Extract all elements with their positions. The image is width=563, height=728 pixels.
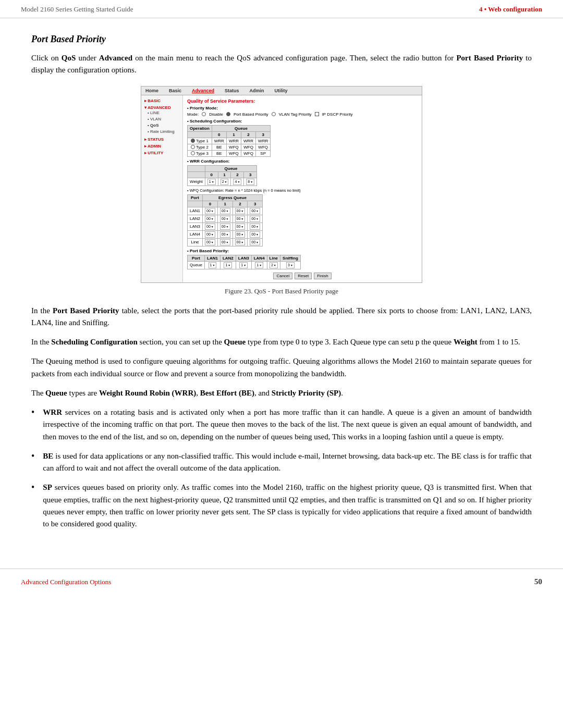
wfq-lan3-q3[interactable]: 00 (250, 224, 260, 230)
cancel-button[interactable]: Cancel (273, 273, 292, 279)
wrr-queue-header: Queue (205, 165, 256, 171)
wfq-line-label: Line (188, 238, 203, 246)
radio-type1[interactable] (191, 139, 195, 143)
pp-lan1-queue[interactable]: 1 (209, 262, 217, 268)
bullet-sp-text: SP services queues based on priority onl… (43, 482, 532, 530)
sched-q1: 1 (226, 131, 241, 138)
section-title: Port Based Priority (31, 34, 532, 45)
wfq-port-header: Port (188, 194, 203, 201)
sidebar-status[interactable]: ▸ STATUS (144, 137, 179, 142)
wfq-lan3-q1[interactable]: 00 (220, 224, 230, 230)
pp-sniffing-queue[interactable]: 3 (286, 262, 295, 268)
wrr-w2: 4 (231, 178, 244, 186)
sidebar-advanced[interactable]: ▾ ADVANCED (144, 105, 179, 110)
wfq-q3: 3 (248, 201, 263, 207)
wrr-w1-select[interactable]: 2 (221, 179, 229, 185)
nav-admin[interactable]: Admin (250, 88, 264, 93)
bullet-wrr-text: WRR services on a rotating basis and is … (43, 406, 532, 443)
wfq-line-q2[interactable]: 00 (235, 239, 246, 245)
wfq-lan2-q1[interactable]: 00 (220, 216, 230, 222)
sidebar-qos[interactable]: • QoS (144, 122, 179, 129)
wfq-lan1-q2[interactable]: 00 (235, 208, 246, 214)
bullet-be: BE is used for data applications or any … (31, 450, 532, 475)
pp-lan2-header: LAN2 (220, 255, 236, 261)
figure-caption: Figure 23. QoS - Port Based Priority pag… (225, 287, 338, 295)
wrr-w2-select[interactable]: 4 (233, 179, 241, 185)
wfq-lan4-q1[interactable]: 00 (220, 231, 230, 238)
radio-port-based[interactable] (226, 112, 230, 116)
radio-type2[interactable] (191, 145, 195, 149)
wfq-lan1-q1[interactable]: 00 (220, 208, 230, 214)
sched-t1-q1: WRR (226, 138, 241, 144)
pp-lan3-header: LAN3 (236, 255, 251, 261)
pp-lan4-queue[interactable]: 1 (255, 262, 263, 268)
wfq-lan3-q2[interactable]: 00 (235, 224, 246, 230)
wfq-line-q1[interactable]: 00 (220, 239, 230, 245)
wfq-lan1-q0[interactable]: 00 (205, 208, 215, 214)
sched-t1-q0: WRR (212, 138, 226, 144)
sidebar-vlan[interactable]: • VLAN (144, 116, 179, 122)
sched-q2: 2 (241, 131, 256, 138)
finish-button[interactable]: Finish (314, 273, 331, 279)
reset-button[interactable]: Reset (295, 273, 312, 279)
wfq-lan4-row: LAN4 00 00 00 00 (188, 230, 263, 238)
nav-advanced[interactable]: Advanced (192, 88, 214, 93)
wfq-lan1-row: LAN1 00 00 00 00 (188, 207, 263, 215)
wfq-lan2-q0[interactable]: 00 (205, 216, 215, 222)
wrr-w3: 8 (244, 178, 257, 186)
nav-basic[interactable]: Basic (169, 88, 181, 93)
wfq-line-q0[interactable]: 00 (205, 239, 215, 245)
pp-line-queue[interactable]: 2 (270, 262, 278, 268)
sched-blank (188, 131, 212, 138)
sidebar-rate-limiting[interactable]: • Rate Limiting (144, 129, 179, 135)
wfq-lan1-q3[interactable]: 00 (250, 208, 260, 214)
check-ip-dscp[interactable] (315, 112, 319, 116)
wrr-weight-row: Weight 1 2 4 8 (188, 178, 257, 186)
wfq-lan4-q2[interactable]: 00 (235, 231, 246, 238)
wrr-w3-select[interactable]: 8 (246, 179, 254, 185)
sched-type3-label: Type 3 (188, 150, 212, 156)
wfq-lan2-q3[interactable]: 00 (250, 216, 260, 222)
wfq-lan2-q2[interactable]: 00 (235, 216, 246, 222)
nav-home[interactable]: Home (145, 88, 158, 93)
wfq-line-q3[interactable]: 00 (250, 239, 260, 245)
qos-main-panel: Quality of Service Parameters: • Priorit… (183, 95, 422, 282)
page-header: Model 2160 Series Getting Started Guide … (0, 0, 563, 18)
para1: In the Port Based Priority table, select… (31, 305, 532, 329)
wrr-blank (188, 165, 205, 171)
sched-operation-header: Operation (188, 125, 212, 131)
sidebar-utility[interactable]: ▸ UTILITY (144, 151, 179, 155)
sched-queue-header: Queue (212, 125, 270, 131)
pp-lan3-queue[interactable]: 1 (239, 262, 248, 268)
sidebar-admin[interactable]: ▸ ADMIN (144, 144, 179, 149)
pp-queue-label: Queue (188, 261, 205, 269)
pp-lan2-queue[interactable]: 1 (224, 262, 232, 268)
wfq-q1: 1 (217, 201, 232, 207)
wfq-lan4-q3[interactable]: 00 (250, 231, 260, 238)
pp-sniffing-header: Sniffing (280, 255, 301, 261)
sched-t3-q0: BE (212, 150, 226, 156)
radio-vlan-tag[interactable] (272, 112, 276, 116)
wrr-q2: 2 (231, 171, 244, 178)
sidebar-line[interactable]: • LINE (144, 110, 179, 116)
nav-utility[interactable]: Utility (275, 88, 288, 93)
footer-left: Advanced Configuration Options (21, 578, 111, 586)
sched-type2-row: Type 2 BE WFQ WFQ WFQ (188, 144, 271, 150)
wfq-lan4-q0[interactable]: 00 (205, 231, 215, 238)
radio-type3[interactable] (191, 151, 195, 155)
sched-t3-q2: WFQ (241, 150, 256, 156)
para3: The Queuing method is used to configure … (31, 355, 532, 380)
scheduling-table: Operation Queue 0 1 2 3 (187, 125, 271, 157)
sidebar-basic[interactable]: ▸ BASIC (144, 98, 179, 103)
wfq-q2: 2 (232, 201, 248, 207)
nav-status[interactable]: Status (225, 88, 239, 93)
wfq-lan3-q0[interactable]: 00 (205, 224, 215, 230)
sched-type1-row: Type 1 WRR WRR WRR WRR (188, 138, 271, 144)
radio-disable[interactable] (202, 112, 206, 116)
qos-nav: Home Basic Advanced Status Admin Utility (141, 87, 422, 95)
wrr-w0-select[interactable]: 1 (207, 179, 216, 185)
header-right: 4 • Web configuration (479, 5, 542, 14)
para2: In the Scheduling Configuration section,… (31, 336, 532, 348)
pp-lan4-header: LAN4 (251, 255, 267, 261)
bullet-sp: SP services queues based on priority onl… (31, 482, 532, 530)
